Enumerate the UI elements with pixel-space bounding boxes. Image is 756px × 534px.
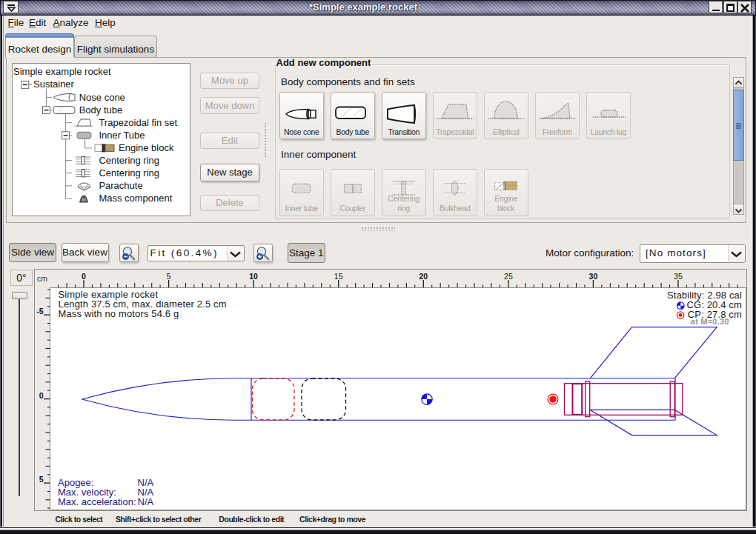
svg-text:cm: cm <box>37 274 47 283</box>
svg-text:Mass with no motors 54.6 g: Mass with no motors 54.6 g <box>59 308 179 319</box>
svg-text:N/A: N/A <box>138 496 154 507</box>
svg-text:5: 5 <box>39 475 44 484</box>
svg-text:10: 10 <box>249 272 258 281</box>
svg-text:0: 0 <box>39 391 44 400</box>
svg-text:30: 30 <box>589 272 598 281</box>
svg-text:20: 20 <box>419 272 428 281</box>
svg-text:at M=0.30: at M=0.30 <box>691 317 729 326</box>
svg-text:25: 25 <box>504 272 513 281</box>
svg-text:35: 35 <box>674 272 683 281</box>
svg-text:Max. acceleration:: Max. acceleration: <box>58 496 136 507</box>
svg-text:5: 5 <box>167 272 171 281</box>
svg-text:-5: -5 <box>36 307 43 316</box>
svg-text:15: 15 <box>334 272 343 281</box>
svg-text:0: 0 <box>82 272 86 281</box>
